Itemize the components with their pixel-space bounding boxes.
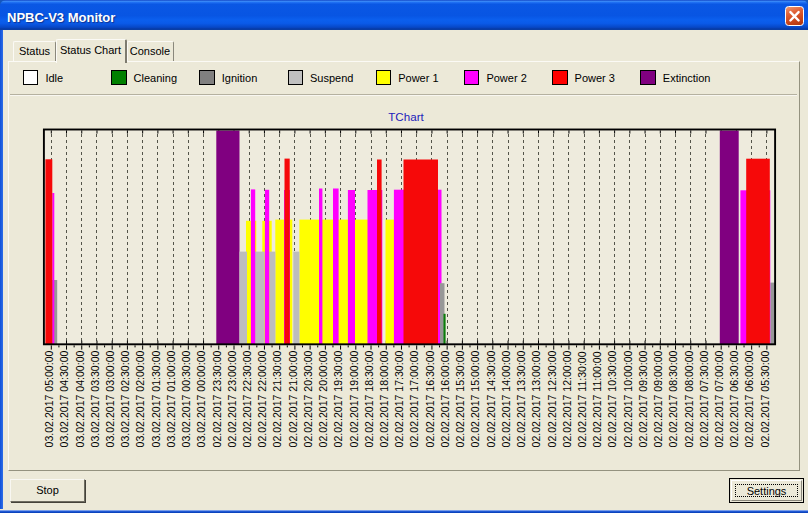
svg-text:02.02.2017 21:00:00: 02.02.2017 21:00:00 <box>287 350 299 447</box>
svg-text:02.02.2017 17:00:00: 02.02.2017 17:00:00 <box>409 350 421 447</box>
svg-text:02.02.2017 20:30:00: 02.02.2017 20:30:00 <box>302 350 314 447</box>
svg-text:02.02.2017 15:00:00: 02.02.2017 15:00:00 <box>469 350 481 447</box>
svg-text:02.02.2017 06:30:00: 02.02.2017 06:30:00 <box>728 350 740 447</box>
svg-text:02.02.2017 22:30:00: 02.02.2017 22:30:00 <box>241 350 253 447</box>
svg-text:02.02.2017 12:30:00: 02.02.2017 12:30:00 <box>546 350 558 447</box>
svg-text:02.02.2017 20:00:00: 02.02.2017 20:00:00 <box>317 350 329 447</box>
svg-text:02.02.2017 16:30:00: 02.02.2017 16:30:00 <box>424 350 436 447</box>
svg-text:03.02.2017 03:30:00: 03.02.2017 03:30:00 <box>89 350 101 447</box>
svg-text:TChart: TChart <box>388 110 424 123</box>
svg-text:02.02.2017 13:00:00: 02.02.2017 13:00:00 <box>530 350 542 447</box>
svg-text:02.02.2017 12:00:00: 02.02.2017 12:00:00 <box>561 350 573 447</box>
svg-text:02.02.2017 14:00:00: 02.02.2017 14:00:00 <box>500 350 512 447</box>
svg-text:02.02.2017 08:30:00: 02.02.2017 08:30:00 <box>667 350 679 447</box>
svg-text:02.02.2017 18:30:00: 02.02.2017 18:30:00 <box>363 350 375 447</box>
svg-text:02.02.2017 11:00:00: 02.02.2017 11:00:00 <box>591 351 603 447</box>
svg-text:02.02.2017 07:00:00: 02.02.2017 07:00:00 <box>713 350 725 447</box>
svg-text:02.02.2017 15:30:00: 02.02.2017 15:30:00 <box>454 350 466 447</box>
svg-text:02.02.2017 08:00:00: 02.02.2017 08:00:00 <box>683 350 695 447</box>
svg-text:03.02.2017 01:00:00: 03.02.2017 01:00:00 <box>165 350 177 447</box>
svg-text:02.02.2017 10:00:00: 02.02.2017 10:00:00 <box>622 350 634 447</box>
svg-text:02.02.2017 07:30:00: 02.02.2017 07:30:00 <box>698 350 710 447</box>
svg-text:03.02.2017 00:30:00: 03.02.2017 00:30:00 <box>180 350 192 447</box>
svg-text:02.02.2017 22:00:00: 02.02.2017 22:00:00 <box>256 350 268 447</box>
svg-text:03.02.2017 03:00:00: 03.02.2017 03:00:00 <box>104 350 116 447</box>
svg-text:02.02.2017 11:30:00: 02.02.2017 11:30:00 <box>576 351 588 447</box>
svg-text:03.02.2017 05:00:00: 03.02.2017 05:00:00 <box>43 350 55 447</box>
svg-text:02.02.2017 21:30:00: 02.02.2017 21:30:00 <box>271 350 283 447</box>
svg-text:02.02.2017 13:30:00: 02.02.2017 13:30:00 <box>515 350 527 447</box>
svg-text:03.02.2017 02:00:00: 03.02.2017 02:00:00 <box>134 350 146 447</box>
svg-text:02.02.2017 06:00:00: 02.02.2017 06:00:00 <box>743 350 755 447</box>
svg-text:02.02.2017 23:30:00: 02.02.2017 23:30:00 <box>211 350 223 447</box>
svg-text:02.02.2017 19:30:00: 02.02.2017 19:30:00 <box>332 350 344 447</box>
svg-text:02.02.2017 09:00:00: 02.02.2017 09:00:00 <box>652 350 664 447</box>
svg-text:02.02.2017 18:00:00: 02.02.2017 18:00:00 <box>378 350 390 447</box>
svg-text:03.02.2017 04:30:00: 03.02.2017 04:30:00 <box>58 350 70 447</box>
svg-text:03.02.2017 01:30:00: 03.02.2017 01:30:00 <box>150 350 162 447</box>
svg-text:02.02.2017 10:30:00: 02.02.2017 10:30:00 <box>606 350 618 447</box>
svg-text:03.02.2017 02:30:00: 03.02.2017 02:30:00 <box>119 350 131 447</box>
svg-text:02.02.2017 17:30:00: 02.02.2017 17:30:00 <box>393 350 405 447</box>
svg-text:03.02.2017 04:00:00: 03.02.2017 04:00:00 <box>74 350 86 447</box>
svg-text:02.02.2017 05:30:00: 02.02.2017 05:30:00 <box>759 350 771 447</box>
svg-text:03.02.2017 00:00:00: 03.02.2017 00:00:00 <box>195 350 207 447</box>
svg-text:02.02.2017 19:00:00: 02.02.2017 19:00:00 <box>348 350 360 447</box>
svg-text:02.02.2017 16:00:00: 02.02.2017 16:00:00 <box>439 350 451 447</box>
svg-text:02.02.2017 09:30:00: 02.02.2017 09:30:00 <box>637 350 649 447</box>
svg-text:02.02.2017 23:00:00: 02.02.2017 23:00:00 <box>226 350 238 447</box>
svg-text:02.02.2017 14:30:00: 02.02.2017 14:30:00 <box>485 350 497 447</box>
